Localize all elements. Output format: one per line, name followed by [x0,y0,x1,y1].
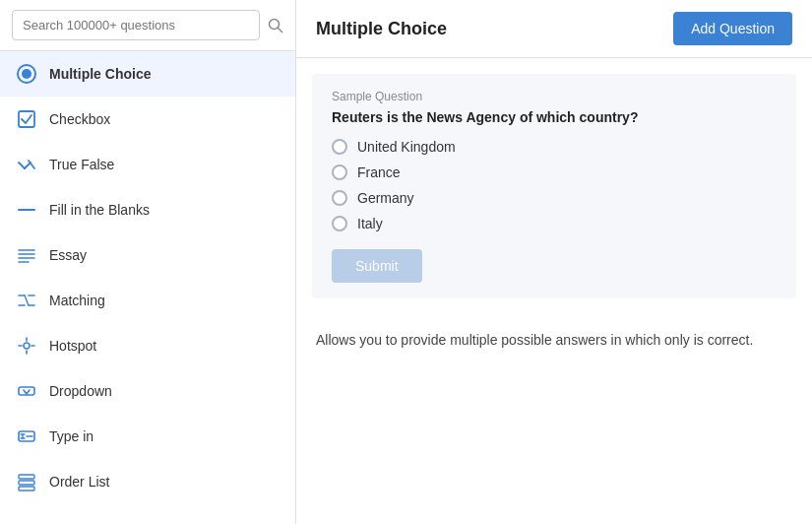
sidebar-item-fill-blanks-label: Fill in the Blanks [49,202,150,218]
description: Allows you to provide multiple possible … [296,314,812,366]
sample-label: Sample Question [332,90,777,103]
fill-blanks-icon [16,199,37,221]
radio-option-3[interactable] [332,190,347,206]
radio-option-4[interactable] [332,216,347,231]
svg-line-1 [279,28,282,32]
sidebar-item-checkbox[interactable]: Checkbox [0,97,295,142]
svg-point-18 [24,343,30,349]
question-text: Reuters is the News Agency of which coun… [332,109,777,125]
svg-rect-31 [19,487,34,491]
option-label-3: Germany [357,190,414,206]
sidebar-list: Multiple Choice Checkbox [0,51,295,504]
content-area: Multiple Choice Add Question Sample Ques… [296,0,812,524]
option-label-4: Italy [357,216,383,231]
multiple-choice-icon [16,63,37,85]
svg-line-15 [25,295,29,305]
option-item-3[interactable]: Germany [332,190,777,206]
sidebar-item-checkbox-label: Checkbox [49,111,110,127]
option-item-1[interactable]: United Kingdom [332,139,777,155]
search-icon [268,18,283,33]
type-in-icon [16,426,37,447]
search-input[interactable] [12,10,260,40]
sidebar-item-true-false[interactable]: True False [0,142,295,187]
sidebar-item-type-in-label: Type in [49,428,94,444]
sidebar: Multiple Choice Checkbox [0,0,296,524]
search-bar [0,0,295,51]
sidebar-item-dropdown-label: Dropdown [49,383,112,399]
content-title: Multiple Choice [316,19,447,39]
sidebar-item-matching[interactable]: Matching [0,278,295,323]
sidebar-item-order-list-label: Order List [49,474,109,490]
option-item-4[interactable]: Italy [332,216,777,231]
content-header: Multiple Choice Add Question [296,0,812,58]
sidebar-item-multiple-choice-label: Multiple Choice [49,66,151,82]
hotspot-icon [16,335,37,357]
radio-option-2[interactable] [332,164,347,180]
option-item-2[interactable]: France [332,164,777,180]
sidebar-item-order-list[interactable]: Order List [0,459,295,504]
svg-rect-29 [19,475,34,479]
submit-button[interactable]: Submit [332,249,422,283]
sidebar-item-hotspot-label: Hotspot [49,338,96,354]
true-false-icon [16,154,37,175]
sidebar-item-type-in[interactable]: Type in [0,414,295,459]
checkbox-icon [16,108,37,130]
dropdown-icon [16,380,37,402]
sidebar-item-dropdown[interactable]: Dropdown [0,368,295,414]
options-list: United Kingdom France Germany Italy [332,139,777,231]
essay-icon [16,244,37,266]
option-label-1: United Kingdom [357,139,456,155]
add-question-button[interactable]: Add Question [673,12,792,45]
option-label-2: France [357,164,401,180]
sidebar-item-multiple-choice[interactable]: Multiple Choice [0,51,295,97]
sidebar-item-matching-label: Matching [49,293,105,308]
question-card: Sample Question Reuters is the News Agen… [312,74,796,298]
sidebar-item-hotspot[interactable]: Hotspot [0,323,295,368]
sidebar-item-fill-blanks[interactable]: Fill in the Blanks [0,187,295,232]
sidebar-item-essay[interactable]: Essay [0,232,295,278]
sidebar-item-essay-label: Essay [49,247,87,263]
svg-rect-30 [19,481,34,485]
sidebar-item-true-false-label: True False [49,157,114,172]
order-list-icon [16,471,37,492]
matching-icon [16,290,37,311]
radio-option-1[interactable] [332,139,347,155]
svg-line-5 [19,163,25,168]
svg-point-3 [22,69,31,79]
